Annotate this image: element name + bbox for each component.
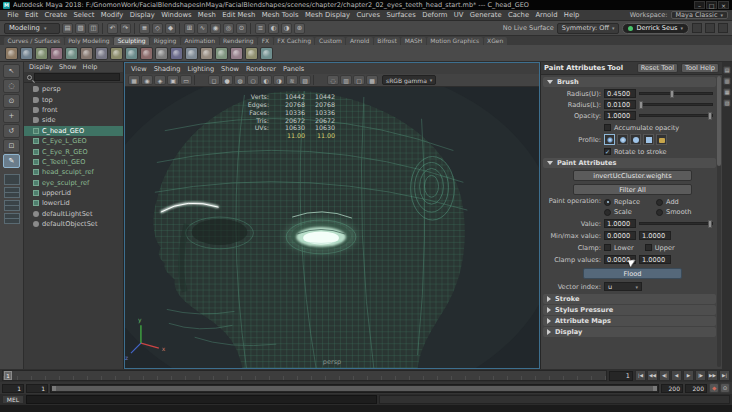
menu-item[interactable]: Mesh Tools [259,11,302,19]
slider-value-field[interactable]: 1.0000 [604,111,636,120]
flood-button[interactable]: Flood [583,268,682,279]
auto-key-button[interactable]: ◆ [709,383,719,393]
shelf-scrape-tool[interactable] [170,47,183,60]
menu-item[interactable]: Edit Mesh [219,11,259,19]
shelf-foamy-tool[interactable] [95,47,108,60]
menu-item[interactable]: Modify [98,11,127,19]
collapsed-section-header[interactable]: Attribute Maps [543,316,716,326]
status-icon[interactable] [179,23,181,34]
field-chart-icon[interactable]: ▥ [340,75,352,85]
range-slider[interactable] [50,384,659,393]
menu-item[interactable]: Select [70,11,97,19]
menu-item[interactable]: Mesh [195,11,219,19]
brush-profile-square-icon[interactable] [643,134,654,145]
sidebar-toggle-tool-settings[interactable] [718,23,728,33]
outliner-item[interactable]: C_Eye_R_GEO [24,146,123,156]
shelf-pinch-tool[interactable] [65,47,78,60]
save-scene-icon[interactable]: ◫ [88,23,99,34]
shelf-tab[interactable]: Bifrost [374,37,400,45]
radio-button[interactable] [656,209,663,216]
viewport-menu-item[interactable]: Show [221,65,239,73]
menu-item[interactable]: Windows [158,11,195,19]
workspace-selector[interactable]: Workspace: Maya Classic▾ [630,11,728,19]
outliner-item[interactable]: C_head_GEO [24,126,123,136]
animation-end-field[interactable]: 200 [685,384,707,393]
go-to-start-button[interactable]: |◀ [635,370,646,381]
brush-section-header[interactable]: Brush [543,77,716,87]
bookmarks-icon[interactable]: ▣ [167,75,179,85]
vector-index-selector[interactable]: u ▾ [604,282,642,291]
last-tool-used-icon[interactable]: ✎ [3,154,20,168]
shelf-fill-tool[interactable] [185,47,198,60]
layout-persp-graph-button[interactable] [4,213,20,224]
shelf-imprint-tool[interactable] [140,47,153,60]
shelf-tab[interactable]: Sculpting [114,37,149,45]
range-handle-left[interactable] [52,386,56,391]
outliner-item[interactable]: head_sculpt_ref [24,167,123,177]
menu-item[interactable]: Arnold [532,11,560,19]
slider-handle[interactable] [639,101,643,109]
menu-item[interactable]: Deform [419,11,451,19]
shelf-grab-tool[interactable] [50,47,63,60]
symmetry-selector[interactable]: Symmetry: Off ▾ [557,23,620,34]
shaded-icon[interactable]: ● [221,75,233,85]
paint-operation-option[interactable]: Scale [604,207,656,217]
menu-item[interactable]: Create [41,11,70,19]
minimize-button[interactable]: – [694,1,705,9]
current-time-field[interactable]: 1 [609,371,633,381]
play-backwards-button[interactable]: ◀ [671,370,682,381]
step-back-frame-button[interactable]: ◀◀ [647,370,658,381]
outliner-item[interactable]: side [24,115,123,125]
outliner-item[interactable]: eye_sculpt_ref [24,178,123,188]
textured-icon[interactable]: ◍ [234,75,246,85]
select-component-icon[interactable]: ◆ [165,23,176,34]
layout-single-pane-button[interactable] [4,174,20,185]
clamp-lower-checkbox[interactable] [604,244,611,251]
scrollbar-thumb[interactable] [717,76,721,166]
time-slider[interactable]: 1 [2,370,607,381]
slider-value-field[interactable]: 0.4500 [604,89,636,98]
mel-command-input[interactable] [26,395,377,404]
resolution-gate-icon[interactable]: ▢ [353,75,365,85]
paint-select-tool-icon[interactable]: ⊙ [3,94,20,108]
menu-item[interactable]: Edit [22,11,42,19]
viewport-menu-item[interactable]: Renderer [246,65,276,73]
move-tool-icon[interactable]: + [3,109,20,123]
step-forward-key-button[interactable]: |▶ [695,370,706,381]
layout-persp-outliner-button[interactable] [4,200,20,211]
render-settings-icon[interactable]: ⊛ [294,23,305,34]
image-plane-icon[interactable]: ▭ [180,75,192,85]
open-scene-icon[interactable]: ▧ [75,23,86,34]
radio-button[interactable] [604,209,611,216]
viewport-menu-item[interactable]: Panels [283,65,304,73]
mel-toggle-button[interactable]: MEL [2,395,24,404]
outliner-item[interactable]: front [24,105,123,115]
outliner-item[interactable]: C_Eye_L_GEO [24,136,123,146]
range-handle-right[interactable] [653,386,657,391]
radio-button[interactable] [656,199,663,206]
anti-aliasing-icon[interactable]: ▨ [299,75,311,85]
shelf-tab[interactable]: FX [258,37,273,45]
paint-operation-option[interactable]: Replace [604,197,656,207]
shelf-repeat-tool[interactable] [125,47,138,60]
slider-track[interactable] [639,114,713,117]
isolate-select-icon[interactable]: ◌ [327,75,339,85]
step-back-key-button[interactable]: ◀| [659,370,670,381]
ambient-occlusion-icon[interactable]: ◑ [273,75,285,85]
shelf-tab[interactable]: FX Caching [274,37,315,45]
play-forwards-button[interactable]: ▶ [683,370,694,381]
outliner-menu-item[interactable]: Display [29,63,53,71]
new-scene-icon[interactable]: ▤ [62,23,73,34]
current-frame-marker[interactable]: 1 [4,371,12,380]
playback-end-field[interactable]: 200 [661,384,683,393]
lights-icon[interactable]: ○ [247,75,259,85]
slider-handle[interactable] [670,90,674,98]
shelf-tab[interactable]: Poly Modeling [65,37,114,45]
menu-item[interactable]: Curves [353,11,383,19]
viewport-toolbar-icon[interactable] [313,75,325,85]
shelf-tab[interactable]: Animation [181,37,219,45]
sidebar-toggle-attribute-editor[interactable] [705,23,715,33]
slider-handle[interactable] [708,112,712,120]
brush-profile-solid-icon[interactable] [630,134,641,145]
user-account-button[interactable]: Derrick Seus ▾ [622,23,689,34]
